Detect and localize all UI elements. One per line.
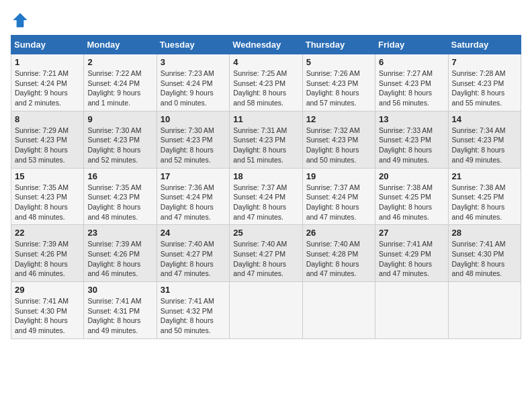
weekday-header-tuesday: Tuesday — [157, 36, 229, 54]
day-number: 10 — [161, 114, 226, 124]
calendar-cell: 22Sunrise: 7:39 AM Sunset: 4:26 PM Dayli… — [11, 225, 84, 282]
weekday-header-wednesday: Wednesday — [230, 36, 302, 54]
calendar-week-4: 22Sunrise: 7:39 AM Sunset: 4:26 PM Dayli… — [11, 225, 521, 282]
calendar-cell: 28Sunrise: 7:41 AM Sunset: 4:30 PM Dayli… — [448, 225, 521, 282]
calendar-week-2: 8Sunrise: 7:29 AM Sunset: 4:23 PM Daylig… — [11, 111, 521, 168]
day-info: Sunrise: 7:35 AM Sunset: 4:23 PM Dayligh… — [15, 183, 80, 222]
day-number: 3 — [161, 57, 226, 67]
calendar-table: SundayMondayTuesdayWednesdayThursdayFrid… — [11, 35, 521, 339]
calendar-cell: 6Sunrise: 7:27 AM Sunset: 4:23 PM Daylig… — [375, 54, 448, 111]
day-number: 25 — [233, 228, 298, 238]
day-info: Sunrise: 7:34 AM Sunset: 4:23 PM Dayligh… — [452, 126, 517, 165]
calendar-cell: 11Sunrise: 7:31 AM Sunset: 4:23 PM Dayli… — [230, 111, 302, 168]
day-number: 18 — [233, 171, 298, 181]
day-number: 31 — [161, 285, 226, 295]
day-number: 17 — [161, 171, 226, 181]
calendar-cell — [230, 282, 302, 339]
page-header — [11, 11, 521, 30]
weekday-header-friday: Friday — [375, 36, 448, 54]
day-number: 1 — [15, 57, 80, 67]
calendar-cell: 29Sunrise: 7:41 AM Sunset: 4:30 PM Dayli… — [11, 282, 84, 339]
day-info: Sunrise: 7:37 AM Sunset: 4:24 PM Dayligh… — [233, 183, 298, 222]
day-info: Sunrise: 7:37 AM Sunset: 4:24 PM Dayligh… — [306, 183, 371, 222]
day-info: Sunrise: 7:40 AM Sunset: 4:27 PM Dayligh… — [233, 239, 298, 279]
day-number: 26 — [306, 228, 371, 238]
calendar-cell: 21Sunrise: 7:38 AM Sunset: 4:25 PM Dayli… — [448, 168, 521, 225]
day-info: Sunrise: 7:30 AM Sunset: 4:23 PM Dayligh… — [87, 126, 152, 165]
day-number: 12 — [306, 114, 371, 124]
calendar-cell: 15Sunrise: 7:35 AM Sunset: 4:23 PM Dayli… — [11, 168, 84, 225]
day-info: Sunrise: 7:41 AM Sunset: 4:29 PM Dayligh… — [379, 239, 444, 279]
calendar-week-1: 1Sunrise: 7:21 AM Sunset: 4:24 PM Daylig… — [11, 54, 521, 111]
calendar-week-3: 15Sunrise: 7:35 AM Sunset: 4:23 PM Dayli… — [11, 168, 521, 225]
calendar-cell: 3Sunrise: 7:23 AM Sunset: 4:24 PM Daylig… — [157, 54, 229, 111]
svg-marker-1 — [13, 13, 28, 28]
calendar-cell: 9Sunrise: 7:30 AM Sunset: 4:23 PM Daylig… — [84, 111, 157, 168]
day-info: Sunrise: 7:38 AM Sunset: 4:25 PM Dayligh… — [452, 183, 517, 222]
day-info: Sunrise: 7:35 AM Sunset: 4:23 PM Dayligh… — [87, 183, 152, 222]
day-number: 19 — [306, 171, 371, 181]
calendar-cell: 8Sunrise: 7:29 AM Sunset: 4:23 PM Daylig… — [11, 111, 84, 168]
day-info: Sunrise: 7:41 AM Sunset: 4:30 PM Dayligh… — [15, 296, 80, 336]
day-info: Sunrise: 7:33 AM Sunset: 4:23 PM Dayligh… — [379, 126, 444, 165]
day-info: Sunrise: 7:36 AM Sunset: 4:24 PM Dayligh… — [161, 183, 226, 222]
day-number: 27 — [379, 228, 444, 238]
calendar-cell: 19Sunrise: 7:37 AM Sunset: 4:24 PM Dayli… — [302, 168, 375, 225]
calendar-cell: 26Sunrise: 7:40 AM Sunset: 4:28 PM Dayli… — [302, 225, 375, 282]
day-number: 4 — [233, 57, 298, 67]
day-number: 20 — [379, 171, 444, 181]
calendar-cell: 4Sunrise: 7:25 AM Sunset: 4:23 PM Daylig… — [230, 54, 302, 111]
calendar-cell: 23Sunrise: 7:39 AM Sunset: 4:26 PM Dayli… — [84, 225, 157, 282]
day-info: Sunrise: 7:30 AM Sunset: 4:23 PM Dayligh… — [161, 126, 226, 165]
calendar-cell: 2Sunrise: 7:22 AM Sunset: 4:24 PM Daylig… — [84, 54, 157, 111]
day-info: Sunrise: 7:41 AM Sunset: 4:32 PM Dayligh… — [161, 296, 226, 336]
weekday-header-saturday: Saturday — [448, 36, 521, 54]
day-info: Sunrise: 7:39 AM Sunset: 4:26 PM Dayligh… — [15, 239, 80, 279]
day-number: 13 — [379, 114, 444, 124]
day-info: Sunrise: 7:41 AM Sunset: 4:31 PM Dayligh… — [87, 296, 152, 336]
day-info: Sunrise: 7:41 AM Sunset: 4:30 PM Dayligh… — [452, 239, 517, 279]
logo — [11, 11, 32, 30]
day-number: 23 — [87, 228, 152, 238]
calendar-cell: 30Sunrise: 7:41 AM Sunset: 4:31 PM Dayli… — [84, 282, 157, 339]
day-info: Sunrise: 7:22 AM Sunset: 4:24 PM Dayligh… — [87, 68, 152, 108]
day-number: 6 — [379, 57, 444, 67]
day-number: 11 — [233, 114, 298, 124]
logo-icon — [11, 11, 30, 30]
day-info: Sunrise: 7:39 AM Sunset: 4:26 PM Dayligh… — [87, 239, 152, 279]
calendar-cell: 5Sunrise: 7:26 AM Sunset: 4:23 PM Daylig… — [302, 54, 375, 111]
day-info: Sunrise: 7:31 AM Sunset: 4:23 PM Dayligh… — [233, 126, 298, 165]
calendar-cell — [302, 282, 375, 339]
calendar-cell: 10Sunrise: 7:30 AM Sunset: 4:23 PM Dayli… — [157, 111, 229, 168]
calendar-cell: 24Sunrise: 7:40 AM Sunset: 4:27 PM Dayli… — [157, 225, 229, 282]
weekday-row: SundayMondayTuesdayWednesdayThursdayFrid… — [11, 36, 521, 54]
day-number: 8 — [15, 114, 80, 124]
calendar-cell: 1Sunrise: 7:21 AM Sunset: 4:24 PM Daylig… — [11, 54, 84, 111]
day-number: 9 — [87, 114, 152, 124]
day-info: Sunrise: 7:23 AM Sunset: 4:24 PM Dayligh… — [161, 68, 226, 108]
calendar-cell — [375, 282, 448, 339]
calendar-week-5: 29Sunrise: 7:41 AM Sunset: 4:30 PM Dayli… — [11, 282, 521, 339]
day-number: 16 — [87, 171, 152, 181]
day-info: Sunrise: 7:25 AM Sunset: 4:23 PM Dayligh… — [233, 68, 298, 108]
calendar-cell: 7Sunrise: 7:28 AM Sunset: 4:23 PM Daylig… — [448, 54, 521, 111]
weekday-header-sunday: Sunday — [11, 36, 84, 54]
day-number: 28 — [452, 228, 517, 238]
day-info: Sunrise: 7:38 AM Sunset: 4:25 PM Dayligh… — [379, 183, 444, 222]
day-info: Sunrise: 7:32 AM Sunset: 4:23 PM Dayligh… — [306, 126, 371, 165]
day-info: Sunrise: 7:28 AM Sunset: 4:23 PM Dayligh… — [452, 68, 517, 108]
day-info: Sunrise: 7:21 AM Sunset: 4:24 PM Dayligh… — [15, 68, 80, 108]
day-number: 22 — [15, 228, 80, 238]
calendar-body: 1Sunrise: 7:21 AM Sunset: 4:24 PM Daylig… — [11, 54, 521, 339]
day-number: 21 — [452, 171, 517, 181]
weekday-header-thursday: Thursday — [302, 36, 375, 54]
calendar-cell: 18Sunrise: 7:37 AM Sunset: 4:24 PM Dayli… — [230, 168, 302, 225]
calendar-cell: 27Sunrise: 7:41 AM Sunset: 4:29 PM Dayli… — [375, 225, 448, 282]
calendar-cell: 13Sunrise: 7:33 AM Sunset: 4:23 PM Dayli… — [375, 111, 448, 168]
calendar-cell: 14Sunrise: 7:34 AM Sunset: 4:23 PM Dayli… — [448, 111, 521, 168]
day-info: Sunrise: 7:27 AM Sunset: 4:23 PM Dayligh… — [379, 68, 444, 108]
day-number: 30 — [87, 285, 152, 295]
day-info: Sunrise: 7:40 AM Sunset: 4:28 PM Dayligh… — [306, 239, 371, 279]
day-info: Sunrise: 7:26 AM Sunset: 4:23 PM Dayligh… — [306, 68, 371, 108]
day-number: 29 — [15, 285, 80, 295]
